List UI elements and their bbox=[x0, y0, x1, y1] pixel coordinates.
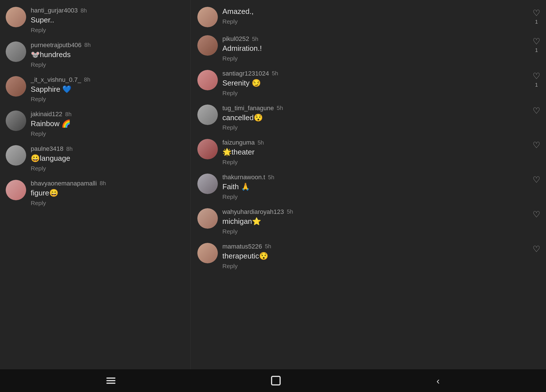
comment-item: paulne3418 8h 😀language Reply bbox=[0, 141, 190, 176]
comment-body: Amazed., Reply bbox=[222, 7, 539, 25]
comment-body: jakinaid122 8h Rainbow 🌈 Reply bbox=[31, 110, 185, 137]
username: thakurnawoon.t bbox=[222, 174, 265, 181]
like-button[interactable]: ♡ 1 bbox=[533, 8, 540, 25]
reply-button[interactable]: Reply bbox=[31, 61, 185, 68]
comment-item: Amazed., Reply ♡ 1 bbox=[191, 3, 546, 31]
comment-item: santiagr1231024 5h Serenity 😏 Reply ♡ 1 bbox=[191, 66, 546, 101]
home-button[interactable] bbox=[271, 376, 281, 385]
comment-header: hanti_gurjar4003 8h bbox=[31, 7, 185, 14]
comment-text: michigan⭐ bbox=[222, 217, 539, 226]
reply-button[interactable]: Reply bbox=[222, 18, 539, 25]
comment-text: 🐭hundreds bbox=[31, 50, 185, 60]
reply-button[interactable]: Reply bbox=[222, 263, 539, 270]
back-button[interactable]: ‹ bbox=[437, 375, 440, 386]
reply-button[interactable]: Reply bbox=[222, 90, 539, 97]
avatar bbox=[6, 180, 26, 200]
username: jakinaid122 bbox=[31, 110, 62, 118]
avatar bbox=[197, 139, 218, 159]
reply-button[interactable]: Reply bbox=[31, 200, 185, 207]
comment-header: _it_x_vishnu_0.7_ 8h bbox=[31, 76, 185, 84]
avatar bbox=[6, 110, 26, 131]
reply-button[interactable]: Reply bbox=[31, 27, 185, 34]
comment-item: purneetrajputb406 8h 🐭hundreds Reply bbox=[0, 37, 190, 72]
comment-text: Admiration.! bbox=[222, 44, 539, 53]
username: santiagr1231024 bbox=[222, 70, 269, 77]
avatar bbox=[197, 70, 218, 90]
comment-item: faizunguma 5h 🌟theater Reply ♡ bbox=[191, 135, 546, 170]
reply-button[interactable]: Reply bbox=[31, 130, 185, 137]
reply-button[interactable]: Reply bbox=[222, 159, 539, 166]
comment-text: 🌟theater bbox=[222, 147, 539, 157]
like-button[interactable]: ♡ bbox=[533, 209, 540, 219]
avatar bbox=[197, 174, 218, 194]
comment-header: santiagr1231024 5h bbox=[222, 70, 539, 77]
like-count: 1 bbox=[535, 19, 538, 25]
comment-text: Sapphire 💙 bbox=[31, 85, 185, 94]
comment-body: mamatus5226 5h therapeutic😯 Reply bbox=[222, 243, 539, 270]
username: paulne3418 bbox=[31, 145, 63, 153]
like-button[interactable]: ♡ bbox=[533, 175, 540, 185]
comment-header: faizunguma 5h bbox=[222, 139, 539, 146]
comment-time: 5h bbox=[272, 70, 278, 77]
comment-body: santiagr1231024 5h Serenity 😏 Reply bbox=[222, 70, 539, 97]
recents-button[interactable] bbox=[106, 378, 115, 384]
username: mamatus5226 bbox=[222, 243, 262, 250]
comment-time: 8h bbox=[66, 146, 73, 152]
heart-icon: ♡ bbox=[533, 209, 540, 219]
reply-button[interactable]: Reply bbox=[222, 55, 539, 62]
comment-time: 5h bbox=[252, 36, 258, 42]
avatar bbox=[197, 7, 218, 27]
comment-text: Super.. bbox=[31, 15, 185, 25]
heart-icon: ♡ bbox=[533, 244, 540, 254]
comment-text: Amazed., bbox=[222, 7, 539, 16]
comment-item: mamatus5226 5h therapeutic😯 Reply ♡ bbox=[191, 239, 546, 274]
comment-body: paulne3418 8h 😀language Reply bbox=[31, 145, 185, 172]
comment-header: purneetrajputb406 8h bbox=[31, 41, 185, 49]
reply-button[interactable]: Reply bbox=[31, 165, 185, 172]
comment-item: tug_timi_fanagune 5h cancelled😯 Reply ♡ bbox=[191, 101, 546, 135]
comment-body: wahyuhardiaroyah123 5h michigan⭐ Reply bbox=[222, 208, 539, 235]
username: hanti_gurjar4003 bbox=[31, 7, 78, 14]
comment-time: 5h bbox=[287, 208, 293, 215]
like-count: 1 bbox=[535, 47, 538, 53]
avatar bbox=[6, 76, 26, 97]
like-button[interactable]: ♡ 1 bbox=[533, 36, 540, 53]
like-button[interactable]: ♡ 1 bbox=[533, 71, 540, 88]
reply-button[interactable]: Reply bbox=[31, 96, 185, 103]
comment-header: bhavyaonemanapamalli 8h bbox=[31, 180, 185, 187]
like-button[interactable]: ♡ bbox=[533, 140, 540, 150]
comment-header: tug_timi_fanagune 5h bbox=[222, 105, 539, 112]
like-button[interactable]: ♡ bbox=[533, 244, 540, 254]
heart-icon: ♡ bbox=[533, 140, 540, 150]
comment-body: _it_x_vishnu_0.7_ 8h Sapphire 💙 Reply bbox=[31, 76, 185, 103]
username: faizunguma bbox=[222, 139, 255, 146]
reply-button[interactable]: Reply bbox=[222, 228, 539, 235]
comment-text: cancelled😯 bbox=[222, 113, 539, 123]
username: pikul0252 bbox=[222, 35, 249, 43]
username: wahyuhardiaroyah123 bbox=[222, 208, 284, 216]
comment-time: 8h bbox=[80, 7, 87, 14]
heart-icon: ♡ bbox=[533, 71, 540, 81]
avatar bbox=[6, 145, 26, 166]
comment-text: figure😄 bbox=[31, 188, 185, 198]
comment-time: 8h bbox=[84, 76, 90, 83]
comment-body: purneetrajputb406 8h 🐭hundreds Reply bbox=[31, 41, 185, 68]
comment-body: bhavyaonemanapamalli 8h figure😄 Reply bbox=[31, 180, 185, 207]
avatar bbox=[197, 105, 218, 125]
comment-item: hanti_gurjar4003 8h Super.. Reply bbox=[0, 3, 190, 37]
comment-header: pikul0252 5h bbox=[222, 35, 539, 43]
comment-item: pikul0252 5h Admiration.! Reply ♡ 1 bbox=[191, 31, 546, 66]
username: purneetrajputb406 bbox=[31, 41, 82, 49]
comment-text: therapeutic😯 bbox=[222, 251, 539, 261]
left-comments-panel: hanti_gurjar4003 8h Super.. Reply purnee… bbox=[0, 0, 191, 369]
reply-button[interactable]: Reply bbox=[222, 193, 539, 200]
comment-header: wahyuhardiaroyah123 5h bbox=[222, 208, 539, 216]
comment-time: 8h bbox=[65, 111, 71, 118]
comment-header: jakinaid122 8h bbox=[31, 110, 185, 118]
nav-bar: ‹ bbox=[0, 369, 546, 392]
like-button[interactable]: ♡ bbox=[533, 106, 540, 116]
comment-body: pikul0252 5h Admiration.! Reply bbox=[222, 35, 539, 62]
comment-text: Rainbow 🌈 bbox=[31, 119, 185, 129]
comment-header: mamatus5226 5h bbox=[222, 243, 539, 250]
reply-button[interactable]: Reply bbox=[222, 124, 539, 131]
